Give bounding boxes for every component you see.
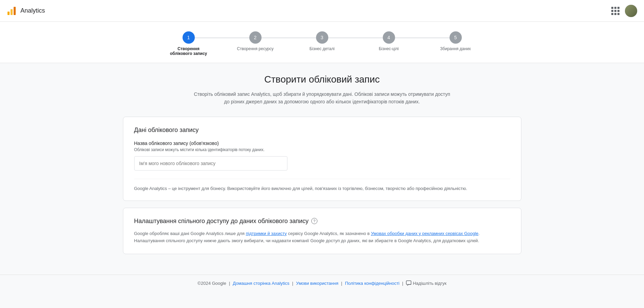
step-3-circle: 3	[316, 31, 328, 44]
page-description: Створіть обліковий запис Analytics, щоб …	[193, 90, 452, 106]
step-3-label: Бізнес деталі	[310, 46, 335, 51]
user-avatar[interactable]	[625, 5, 637, 17]
card2-text-part1: Google обробляє ваші дані Google Analyti…	[134, 231, 246, 236]
step-2: 2 Створення ресурсу	[222, 31, 289, 51]
header: Analytics	[0, 0, 644, 22]
apps-grid-icon[interactable]	[611, 7, 619, 15]
step-4: 4 Бізнес-цілі	[356, 31, 422, 51]
step-5: 5 Збирання даних	[422, 31, 489, 51]
card2-text: Google обробляє ваші дані Google Analyti…	[134, 230, 510, 245]
footer-link-privacy[interactable]: Політика конфіденційності	[345, 281, 399, 286]
step-4-label: Бізнес-цілі	[379, 46, 399, 51]
feedback-label: Надішліть відгук	[413, 281, 446, 286]
feedback-button[interactable]: Надішліть відгук	[406, 280, 446, 286]
step-5-circle: 5	[450, 31, 462, 44]
account-name-input[interactable]	[134, 156, 287, 171]
card2-title-row: Налаштування спільного доступу до даних …	[134, 218, 510, 225]
card2-link2[interactable]: Умовах обробки даних у рекламних сервіса…	[371, 231, 478, 236]
field-label: Назва облікового запису (обов'язково)	[134, 141, 510, 146]
card2-link1[interactable]: підтримки й захисту	[246, 231, 287, 236]
step-5-label: Збирання даних	[440, 46, 471, 51]
header-right	[611, 5, 637, 17]
step-4-circle: 4	[383, 31, 395, 44]
footer-link-analytics-home[interactable]: Домашня сторінка Analytics	[233, 281, 289, 286]
card1-title: Дані облікового запису	[134, 127, 510, 134]
stepper: 1 Створення облікового запису 2 Створенн…	[135, 31, 509, 56]
field-sublabel: Облікові записи можуть містити кілька ід…	[134, 147, 510, 152]
svg-rect-3	[406, 281, 411, 284]
card1-note: Google Analytics – це інструмент для біз…	[134, 179, 510, 191]
step-1-circle: 1	[183, 31, 195, 44]
card2-text-part2: сервісу Google Analytics, як зазначено в	[287, 231, 371, 236]
data-sharing-card: Налаштування спільного доступу до даних …	[123, 208, 521, 254]
footer-link-terms[interactable]: Умови використання	[296, 281, 338, 286]
step-1-label: Створення облікового запису	[167, 46, 211, 56]
header-title: Analytics	[20, 7, 45, 14]
account-data-card: Дані облікового запису Назва облікового …	[123, 117, 521, 201]
svg-rect-0	[7, 12, 10, 15]
step-2-circle: 2	[249, 31, 262, 44]
footer: ©2024 Google | Домашня сторінка Analytic…	[0, 275, 644, 291]
step-3: 3 Бізнес деталі	[289, 31, 356, 51]
card2-title: Налаштування спільного доступу до даних …	[134, 218, 309, 225]
stepper-container: 1 Створення облікового запису 2 Створенн…	[0, 22, 644, 63]
analytics-logo	[7, 6, 16, 16]
step-2-label: Створення ресурсу	[237, 46, 273, 51]
svg-rect-1	[11, 9, 13, 15]
help-icon[interactable]: ?	[311, 218, 317, 224]
footer-copyright: ©2024 Google	[198, 281, 226, 286]
page-heading: Створити обліковий запис	[264, 74, 380, 85]
main-content: Створити обліковий запис Створіть обліко…	[0, 63, 644, 275]
svg-rect-2	[14, 7, 16, 15]
step-1: 1 Створення облікового запису	[155, 31, 222, 56]
header-left: Analytics	[7, 6, 45, 16]
